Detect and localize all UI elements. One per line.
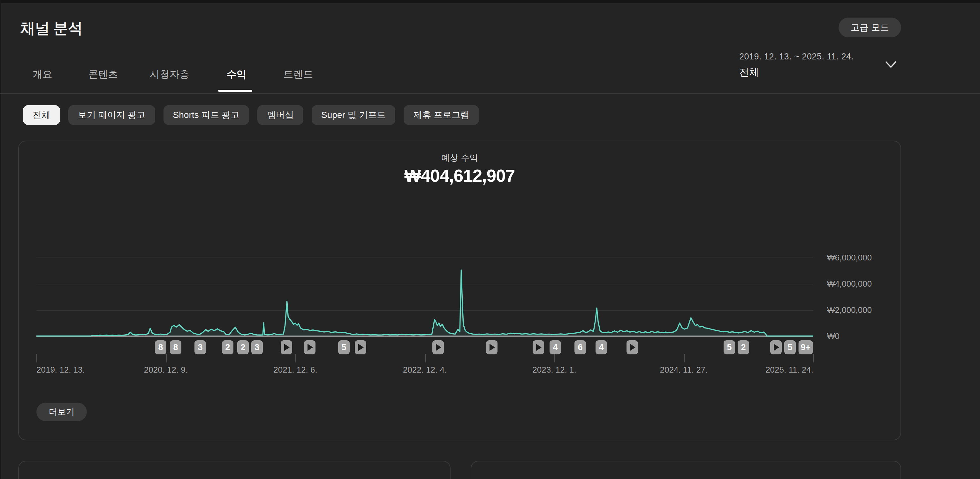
tabs-divider <box>0 93 980 94</box>
play-icon <box>436 344 441 351</box>
x-axis-tick <box>813 354 814 362</box>
y-axis-label: ₩2,000,000 <box>827 305 900 315</box>
video-marker-count[interactable]: 4 <box>550 340 561 354</box>
play-icon <box>358 344 364 351</box>
x-axis-tick <box>37 354 37 362</box>
metric-label: 예상 수익 <box>19 152 900 164</box>
play-icon <box>490 344 495 351</box>
y-axis-label: ₩0 <box>827 331 900 341</box>
video-marker-play-icon[interactable] <box>432 340 444 354</box>
tab-1[interactable]: 개요 <box>33 68 52 81</box>
partial-card-left <box>18 461 450 479</box>
play-icon <box>284 344 290 351</box>
x-axis-label: 2022. 12. 4. <box>403 365 447 375</box>
video-marker-count[interactable]: 9+ <box>799 340 813 354</box>
play-icon <box>630 344 635 351</box>
date-filter[interactable]: 2019. 12. 13. ~ 2025. 11. 24. 전체 <box>739 52 854 79</box>
x-axis-tick <box>166 354 167 362</box>
video-marker-play-icon[interactable] <box>627 340 638 354</box>
filter-chip-2[interactable]: 보기 페이지 광고 <box>68 105 155 125</box>
revenue-filter-chips: 전체보기 페이지 광고Shorts 피드 광고멤버십Super 및 기프트제휴 … <box>23 105 479 125</box>
window-left-edge <box>0 0 1 479</box>
x-axis-label: 2024. 11. 27. <box>660 365 708 375</box>
video-marker-count[interactable]: 3 <box>194 340 206 354</box>
date-scope-text: 전체 <box>739 65 854 79</box>
page-title: 채널 분석 <box>21 19 83 38</box>
x-axis-tick <box>425 354 426 362</box>
tab-2[interactable]: 콘텐츠 <box>89 68 118 81</box>
filter-chip-3[interactable]: Shorts 피드 광고 <box>164 105 249 125</box>
video-marker-count[interactable]: 3 <box>251 340 263 354</box>
filter-chip-1[interactable]: 전체 <box>23 105 60 125</box>
filter-chip-4[interactable]: 멤버십 <box>258 105 303 125</box>
video-marker-count[interactable]: 8 <box>155 340 166 354</box>
active-tab-underline <box>218 90 252 92</box>
video-marker-count[interactable]: 2 <box>222 340 234 354</box>
play-icon <box>774 344 779 351</box>
revenue-line-chart[interactable] <box>37 237 813 343</box>
y-axis-label: ₩6,000,000 <box>827 252 900 263</box>
x-axis-label: 2020. 12. 9. <box>144 365 188 375</box>
video-marker-play-icon[interactable] <box>355 340 366 354</box>
estimated-revenue-card: 예상 수익 ₩404,612,907 ₩6,000,000₩4,000,000₩… <box>18 141 901 440</box>
video-marker-count[interactable]: 5 <box>784 340 796 354</box>
x-axis-tick <box>295 354 296 362</box>
date-range-text: 2019. 12. 13. ~ 2025. 11. 24. <box>739 52 854 62</box>
video-marker-count[interactable]: 5 <box>338 340 350 354</box>
video-marker-count[interactable]: 6 <box>574 340 586 354</box>
filter-chip-6[interactable]: 제휴 프로그램 <box>404 105 479 125</box>
x-axis-label: 2025. 11. 24. <box>765 365 813 375</box>
video-marker-count[interactable]: 4 <box>595 340 607 354</box>
chevron-down-icon[interactable] <box>885 61 897 69</box>
video-marker-play-icon[interactable] <box>304 340 315 354</box>
filter-chip-5[interactable]: Super 및 기프트 <box>312 105 395 125</box>
video-marker-count[interactable]: 5 <box>724 340 735 354</box>
advanced-mode-button[interactable]: 고급 모드 <box>838 18 901 37</box>
x-axis-tick <box>684 354 685 362</box>
window-top-edge <box>0 0 980 3</box>
metric-value: ₩404,612,907 <box>19 166 900 186</box>
partial-card-right <box>471 461 901 479</box>
tab-3[interactable]: 시청자층 <box>150 68 189 81</box>
video-marker-strip: 88322354645259+ <box>37 340 813 355</box>
play-icon <box>536 344 542 351</box>
tab-5[interactable]: 트렌드 <box>283 68 313 81</box>
x-axis-label: 2019. 12. 13. <box>37 365 85 375</box>
see-more-button[interactable]: 더보기 <box>37 402 87 421</box>
video-marker-play-icon[interactable] <box>533 340 544 354</box>
tab-4[interactable]: 수익 <box>227 68 247 81</box>
x-axis-tick <box>554 354 555 362</box>
x-axis-label: 2023. 12. 1. <box>532 365 576 375</box>
video-marker-play-icon[interactable] <box>486 340 498 354</box>
x-axis-label: 2021. 12. 6. <box>273 365 317 375</box>
y-axis-label: ₩4,000,000 <box>827 279 900 289</box>
video-marker-play-icon[interactable] <box>770 340 782 354</box>
video-marker-count[interactable]: 2 <box>237 340 249 354</box>
video-marker-play-icon[interactable] <box>281 340 292 354</box>
video-marker-count[interactable]: 2 <box>738 340 749 354</box>
play-icon <box>307 344 313 351</box>
video-marker-count[interactable]: 8 <box>170 340 181 354</box>
